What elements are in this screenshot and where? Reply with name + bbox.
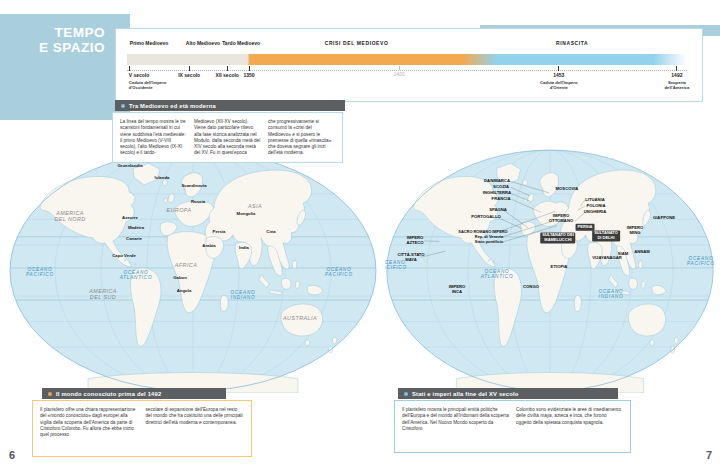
timeline-tick: 1350 [214,66,284,78]
map-label: PERSIA [576,224,595,231]
note-top-header: Tra Medioevo ed età moderna [115,100,345,111]
map-label: ANNAM [634,250,650,255]
tick-label: 1400 [364,71,434,77]
world-map-graphic [385,148,715,393]
timeline-panel: Primo MedioevoAlto MedioevoTardo Medioev… [115,28,703,102]
page-number-left: 6 [9,449,15,461]
map-label: IMPERO OTTOMANO [549,214,573,224]
map-label: AMERICA DEL NORD [54,210,85,222]
note-column: Il planisfero offre una chiara rappresen… [40,407,139,450]
map-label: ETIOPIA [551,265,568,270]
map-label: India [239,246,249,251]
bullet-dot-icon [404,392,408,396]
map-label: IMPERO MING [627,226,644,236]
title-block: TEMPO E SPAZIO [0,14,130,120]
map-label: OCEANO PACIFICO [385,260,407,271]
note-right-heading: Stati e imperi alla fine del XV secolo [412,391,519,397]
timeline-tick: 1492 Scoperta dell'America [642,66,712,91]
map-label: ASIA [248,203,262,209]
map-label: Canarie [126,237,142,242]
book-spread: TEMPO E SPAZIO GroenlandiaIslandaScandin… [0,0,720,467]
tick-caption: Scoperta dell'America [642,80,712,91]
tick-caption: Caduta dell'Impero d'Occidente [129,80,199,91]
note-column: Il planisfero mostra le principali entit… [402,407,509,446]
note-left-heading: Il mondo conosciuto prima del 1492 [56,391,161,397]
tick-label: 1350 [214,72,284,78]
map-label: Capo Verde [112,254,136,259]
note-column: Colombo sono evidenziate le aree di inse… [516,407,623,446]
timeline-tick: 1400 [364,66,434,77]
map-label: AMERICA DEL SUD [89,288,117,300]
map-label: SPAGNA [489,208,507,213]
map-label: Groenlandia [117,164,142,169]
map-label: UNGHERIA [584,210,606,215]
map-label: Mongolia [237,212,256,217]
note-column: La linea del tempo mostra le tre scansio… [120,119,187,156]
map-label: IMPERO INCA [449,285,466,295]
map-label: Cina [266,230,275,235]
map-label: IMPERO AZTECO [406,236,423,246]
map-label: OCEANO PACIFICO [325,267,353,278]
tick-mark-icon [189,66,190,71]
map-label: OCEANO PACIFICO [687,256,715,267]
map-label: Madeira [128,226,144,231]
timeline-era-label: RINASCITA [556,40,588,46]
map-label: CONGO [523,285,539,290]
tick-mark-icon [249,66,250,71]
note-column: Medioevo (XII-XV secolo). Viene dato par… [194,119,261,156]
tick-caption: Caduta dell'Impero d'Oriente [524,80,594,91]
map-label: OCEANO PACIFICO [26,267,54,278]
map-label: EUROPA [167,207,192,213]
note-column: che progressivamente si consumò la «cris… [268,119,335,156]
timeline-bar [127,54,687,65]
note-right-header: Stati e imperi alla fine del XV secolo [398,388,618,399]
map-label: SULTANATO DI DELHI [592,230,620,241]
map-label: Stato pontificio [475,240,503,244]
note-top-heading: Tra Medioevo ed età moderna [129,103,216,109]
tick-mark-icon [399,66,400,70]
map-label: OCEANO ATLANTICO [481,269,514,280]
timeline-era-label: Primo Medioevo [130,40,169,46]
tick-mark-icon [676,66,677,71]
note-column: secolare di espansione dell'Europa nel r… [146,407,245,450]
tick-label: 1453 [524,72,594,78]
map-label: Scandinavia [181,184,206,189]
tick-mark-icon [129,66,130,71]
map-label: SULTANATO DEI MAMELUCCHI [540,232,575,243]
page-number-right: 7 [706,449,712,461]
timeline-era-label: CRISI DEL MEDIOEVO [325,40,389,46]
map-states-empires: DANIMARCASCOZIAINGHILTERRAFRANCIASPAGNAP… [385,148,715,393]
bullet-dot-icon [121,104,125,108]
page-title: TEMPO E SPAZIO [39,26,105,55]
note-left-header: Il mondo conosciuto prima del 1492 [42,388,226,399]
map-label: AFRICA [175,262,197,268]
tick-mark-icon [558,66,559,71]
timeline-tick: 1453 Caduta dell'Impero d'Oriente [524,66,594,91]
map-label: Gabon [173,276,187,281]
map-label: GIAPPONE [653,216,675,221]
map-label: OCEANO INDIANO [231,290,256,301]
timeline-era-label: Tardo Medioevo [222,40,260,46]
map-label: Islanda [155,176,170,181]
bullet-dot-icon [48,392,52,396]
note-right-body: Il planisfero mostra le principali entit… [394,400,631,453]
map-label: AUSTRALIA [283,315,317,321]
map-label: Angola [177,289,192,294]
map-label: Persia [213,230,226,235]
map-label: Arabia [202,244,215,249]
map-label: OCEANO ATLANTICO [120,270,153,281]
timeline-scale: Primo MedioevoAlto MedioevoTardo Medioev… [127,29,687,101]
map-label: PORTOGALLO [471,215,500,220]
map-label: FRANCIA [492,197,511,202]
note-left-body: Il planisfero offre una chiara rappresen… [32,400,252,457]
map-label: OCEANO INDIANO [599,289,624,300]
timeline-era-label: Alto Medioevo [186,40,220,46]
map-label: Azzorre [122,216,138,221]
map-label: Russia [191,200,205,205]
map-label: MOSCOVIA [556,187,579,192]
map-known-world: GroenlandiaIslandaScandinaviaRussiaEUROP… [8,148,378,393]
tick-label: 1492 [642,72,712,78]
map-label: VIJAYANAGAR [592,256,622,261]
note-top-body: La linea del tempo mostra le tre scansio… [112,112,343,163]
